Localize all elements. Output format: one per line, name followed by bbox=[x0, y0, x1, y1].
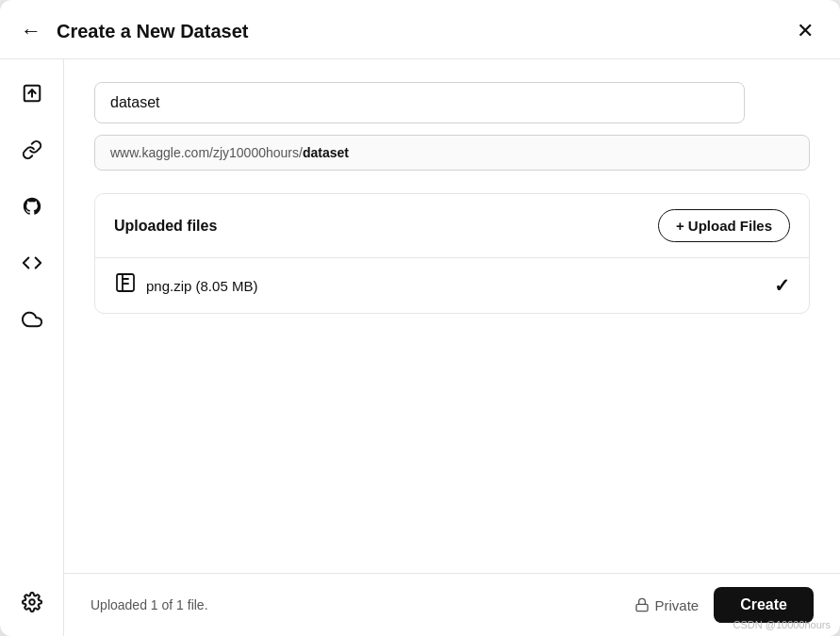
modal-title: Create a New Dataset bbox=[57, 21, 248, 42]
sidebar bbox=[0, 59, 64, 636]
sidebar-upload-icon[interactable] bbox=[15, 76, 49, 110]
url-prefix: www.kaggle.com/zjy10000hours/ bbox=[110, 145, 303, 160]
sidebar-code-icon[interactable] bbox=[15, 246, 49, 280]
back-button[interactable]: ← bbox=[19, 17, 43, 45]
file-row: png.zip (8.05 MB) ✓ bbox=[95, 258, 809, 313]
svg-rect-3 bbox=[117, 274, 134, 291]
url-bar: www.kaggle.com/zjy10000hours/dataset bbox=[94, 135, 810, 171]
sidebar-settings-icon[interactable] bbox=[15, 585, 49, 619]
file-name: png.zip (8.05 MB) bbox=[146, 278, 257, 294]
private-label: Private bbox=[634, 597, 700, 613]
footer-status: Uploaded 1 of 1 file. bbox=[91, 597, 208, 612]
url-suffix: dataset bbox=[303, 145, 349, 160]
close-button[interactable]: ✕ bbox=[797, 19, 814, 43]
file-zip-icon bbox=[114, 271, 137, 300]
files-section: Uploaded files + Upload Files bbox=[94, 193, 810, 314]
files-header: Uploaded files + Upload Files bbox=[95, 194, 809, 258]
create-button[interactable]: Create bbox=[714, 587, 814, 623]
watermark: CSDN @10000hours bbox=[733, 619, 832, 630]
modal-header: ← Create a New Dataset ✕ bbox=[0, 0, 840, 59]
modal-footer: Uploaded 1 of 1 file. Private Create bbox=[64, 573, 840, 636]
file-left: png.zip (8.05 MB) bbox=[114, 271, 257, 300]
file-status-checkmark: ✓ bbox=[774, 274, 790, 297]
modal-body: www.kaggle.com/zjy10000hours/dataset Upl… bbox=[0, 59, 840, 636]
sidebar-link-icon[interactable] bbox=[15, 133, 49, 167]
sidebar-github-icon[interactable] bbox=[15, 189, 49, 223]
upload-files-button[interactable]: + Upload Files bbox=[658, 209, 790, 242]
private-text: Private bbox=[655, 597, 700, 613]
sidebar-cloud-icon[interactable] bbox=[15, 302, 49, 336]
header-left: ← Create a New Dataset bbox=[19, 17, 248, 45]
content-inner: www.kaggle.com/zjy10000hours/dataset Upl… bbox=[64, 59, 840, 573]
svg-point-2 bbox=[29, 599, 35, 605]
content-area: www.kaggle.com/zjy10000hours/dataset Upl… bbox=[64, 59, 840, 636]
svg-rect-7 bbox=[636, 604, 648, 611]
footer-right: Private Create bbox=[634, 587, 815, 623]
dataset-name-input[interactable] bbox=[94, 82, 745, 123]
lock-icon bbox=[634, 597, 650, 612]
modal-container: ← Create a New Dataset ✕ bbox=[0, 0, 840, 636]
files-title: Uploaded files bbox=[114, 218, 217, 235]
